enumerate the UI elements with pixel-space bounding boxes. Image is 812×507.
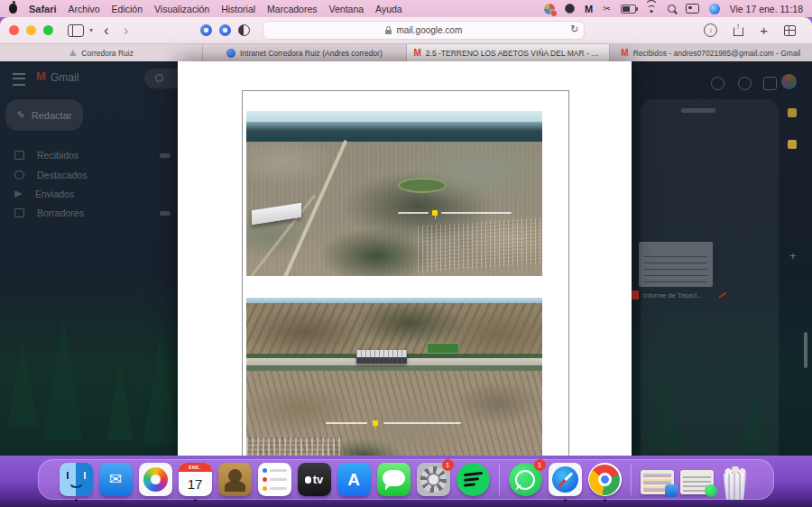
reload-icon[interactable]: ↻ xyxy=(570,23,578,35)
menu-marcadores[interactable]: Marcadores xyxy=(267,4,317,14)
hamburger-menu-icon xyxy=(13,73,25,86)
draft-icon xyxy=(14,208,24,217)
map-pin-icon xyxy=(432,210,438,216)
control-center-icon[interactable] xyxy=(686,4,699,14)
mail-icon: ✉ xyxy=(99,463,133,496)
pin-label-blur xyxy=(326,422,367,424)
dark-circle-icon[interactable] xyxy=(565,4,575,14)
map-pin-icon xyxy=(373,420,378,426)
gear-icon xyxy=(738,77,752,90)
downloads-icon[interactable]: ↓ xyxy=(704,23,717,37)
calendar-day: 17 xyxy=(188,472,203,496)
menu-visualizacion[interactable]: Visualización xyxy=(154,4,209,14)
tab-corredora-ruiz[interactable]: Corredora Ruiz xyxy=(0,44,203,61)
new-tab-icon[interactable]: + xyxy=(760,23,768,37)
m-app-icon[interactable]: M xyxy=(585,4,593,14)
extension-icon-2[interactable] xyxy=(219,24,231,36)
extension-icon-1[interactable] xyxy=(200,24,212,36)
racetrack xyxy=(398,178,447,193)
dock-wallpaper-strip: ✉ ENE. 17 tv xyxy=(0,456,812,507)
ocean-horizon xyxy=(246,122,542,142)
dock-photos[interactable] xyxy=(139,463,172,496)
dock-settings[interactable]: 1 xyxy=(417,463,450,496)
address-bar[interactable]: mail.google.com ↻ xyxy=(263,21,585,40)
dock-safari[interactable] xyxy=(549,463,582,496)
gmail-favicon: M xyxy=(414,49,421,58)
menu-clock: Vie 17 ene. 11:18 xyxy=(730,4,803,14)
trash-icon xyxy=(720,466,751,500)
menu-app-name[interactable]: Safari xyxy=(29,4,57,14)
dock-messages[interactable] xyxy=(377,463,411,496)
dock-appstore[interactable]: A xyxy=(337,463,371,496)
pin-label-blur xyxy=(398,212,429,214)
back-button[interactable]: ‹ xyxy=(100,23,113,38)
close-window-button[interactable] xyxy=(9,25,19,35)
tab-terreno-abetos[interactable]: M 2.5 -TERRENO LOS ABETOS VIÑA DEL MAR -… xyxy=(407,44,610,61)
apple-menu-icon[interactable] xyxy=(9,4,17,14)
sky xyxy=(246,111,542,122)
chevron-down-icon[interactable]: ▾ xyxy=(89,26,93,34)
menu-status-area: M ✂ Vie 17 ene. 11:18 xyxy=(544,4,803,14)
dock-reminders[interactable] xyxy=(258,463,291,496)
scrollbar-thumb[interactable] xyxy=(804,332,807,368)
browser-content: M Gmail ✎ Redactar Recibidos Destacados xyxy=(0,61,812,456)
apple-glyph xyxy=(305,476,311,484)
trash-body xyxy=(723,474,748,500)
inbox-icon xyxy=(14,151,24,160)
menu-ayuda[interactable]: Ayuda xyxy=(375,4,402,14)
reader-shield-icon[interactable] xyxy=(238,24,250,36)
send-icon xyxy=(14,190,23,198)
document-frame xyxy=(242,90,569,456)
forward-button[interactable]: › xyxy=(120,23,133,38)
dock-minimized-window-2[interactable] xyxy=(680,463,714,496)
pin-label-blur xyxy=(441,212,512,214)
minimize-window-button[interactable] xyxy=(26,25,36,35)
sidebar-item-borradores: Borradores xyxy=(14,205,171,221)
menu-archivo[interactable]: Archivo xyxy=(69,4,100,14)
tab-favicon xyxy=(69,49,77,57)
tab-bar: Corredora Ruiz Intranet Corredora Ruiz (… xyxy=(0,43,812,61)
app-store-icon: A xyxy=(337,463,371,496)
star-icon xyxy=(14,171,24,180)
minimized-window xyxy=(680,470,714,494)
wifi-icon[interactable] xyxy=(646,5,658,14)
search-icon[interactable] xyxy=(668,5,676,13)
sidebar-toggle-icon[interactable] xyxy=(68,24,84,37)
tree-silhouette xyxy=(7,341,38,427)
attachment-preview-page[interactable] xyxy=(178,61,632,456)
menu-bar: Safari Archivo Edición Visualización His… xyxy=(0,0,812,17)
scissors-icon[interactable]: ✂ xyxy=(603,4,610,14)
siri-icon[interactable] xyxy=(709,4,720,14)
dock-appletv[interactable]: tv xyxy=(298,463,331,496)
dock-minimized-window-1[interactable] xyxy=(641,463,674,496)
toolbar-right: ↓ + xyxy=(704,23,803,37)
dock-whatsapp[interactable]: 1 xyxy=(509,463,542,496)
dock-calendar[interactable]: ENE. 17 xyxy=(179,463,212,496)
sports-field xyxy=(427,343,459,354)
avatar xyxy=(781,74,797,89)
attachment-thumbnail xyxy=(639,242,713,287)
warehouse-building xyxy=(356,350,407,364)
dock-spotify[interactable] xyxy=(457,463,490,496)
unread-count xyxy=(160,153,171,158)
dock-mail[interactable]: ✉ xyxy=(99,463,133,496)
dock-finder[interactable] xyxy=(60,463,93,496)
menu-historial[interactable]: Historial xyxy=(221,4,255,14)
help-icon xyxy=(711,77,724,90)
tab-overview-icon[interactable] xyxy=(784,25,796,36)
menu-edicion[interactable]: Edición xyxy=(112,4,143,14)
minimized-whatsapp-icon xyxy=(705,484,717,497)
dock-trash[interactable] xyxy=(720,463,753,496)
calendar-month: ENE. xyxy=(179,463,212,472)
dock-chrome[interactable] xyxy=(588,463,622,496)
zoom-window-button[interactable] xyxy=(43,25,53,35)
share-icon[interactable] xyxy=(734,24,743,36)
tab-intranet[interactable]: Intranet Corredora Ruiz (Andres corredor… xyxy=(203,44,406,61)
dock-contacts[interactable] xyxy=(218,463,252,496)
gmail-dimmed-left: M Gmail ✎ Redactar Recibidos Destacados xyxy=(0,61,178,456)
color-wheel-icon[interactable] xyxy=(544,4,555,14)
tab-recibidos-gmail[interactable]: M Recibidos - andres07021985@gmail.com -… xyxy=(610,44,812,61)
pdf-icon xyxy=(632,290,639,300)
battery-icon[interactable] xyxy=(621,5,636,14)
menu-ventana[interactable]: Ventana xyxy=(329,4,364,14)
